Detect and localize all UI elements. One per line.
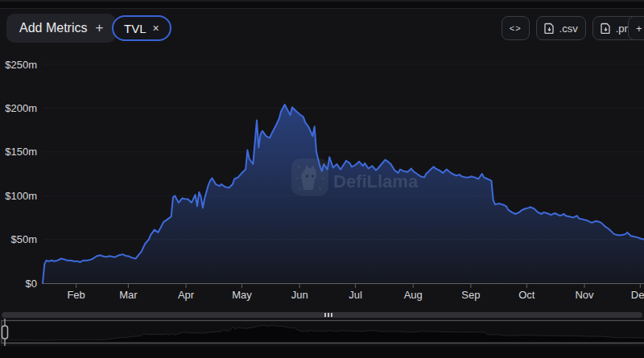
embed-code-button[interactable]: <> (502, 16, 530, 40)
file-export-icon (544, 23, 555, 34)
scrollbar-grip-icon[interactable] (324, 313, 332, 317)
close-icon[interactable]: × (153, 23, 159, 34)
x-axis-label: Jun (291, 289, 308, 301)
y-axis-label: $50m (10, 233, 37, 245)
x-axis-label: Nov (575, 289, 594, 301)
x-axis-label: Jul (349, 289, 362, 301)
more-options-button[interactable]: + (628, 16, 644, 40)
plus-icon: + (95, 20, 103, 36)
download-csv-button[interactable]: .csv (536, 16, 586, 40)
y-axis-label: $150m (5, 146, 37, 158)
file-export-icon (601, 23, 611, 34)
code-icon: <> (510, 23, 522, 33)
x-axis-label: Feb (67, 289, 85, 301)
brush-left-handle-grip[interactable] (2, 326, 8, 339)
y-axis-label: $200m (5, 102, 37, 114)
x-axis-label: Sep (461, 289, 480, 301)
add-metrics-label: Add Metrics (19, 21, 87, 35)
x-axis-label: Apr (178, 289, 195, 301)
metric-pill-tvl[interactable]: TVL × (112, 15, 171, 41)
watermark-text: DefiLlama (333, 171, 419, 191)
defillama-watermark: DefiLlama (291, 158, 419, 195)
y-axis-label: $250m (5, 59, 37, 71)
x-axis-label: Mar (119, 289, 138, 301)
x-axis-label: Aug (404, 289, 423, 301)
chart-toolbar: Add Metrics + TVL × <> .csv .png + (0, 11, 644, 43)
csv-label: .csv (559, 23, 578, 35)
x-axis-label: Dec (631, 289, 644, 301)
add-metrics-button[interactable]: Add Metrics + (6, 14, 116, 43)
tvl-area-fill (43, 105, 644, 283)
bottom-spacer (0, 346, 644, 358)
timeline-brush-navigator[interactable] (0, 319, 644, 346)
metric-pill-label: TVL (124, 22, 147, 35)
x-axis-label: May (232, 289, 252, 301)
y-axis-label: $100m (5, 190, 37, 202)
export-button-group: <> .csv .png (502, 16, 644, 40)
y-axis-label: $0 (26, 278, 37, 290)
tvl-area-chart[interactable]: DefiLlamaFebMarAprMayJunJulAugSepOctNovD… (0, 0, 644, 311)
chart-horizontal-scrollbar[interactable] (2, 312, 642, 318)
plus-icon: + (636, 23, 642, 35)
x-axis-label: Oct (518, 289, 535, 301)
